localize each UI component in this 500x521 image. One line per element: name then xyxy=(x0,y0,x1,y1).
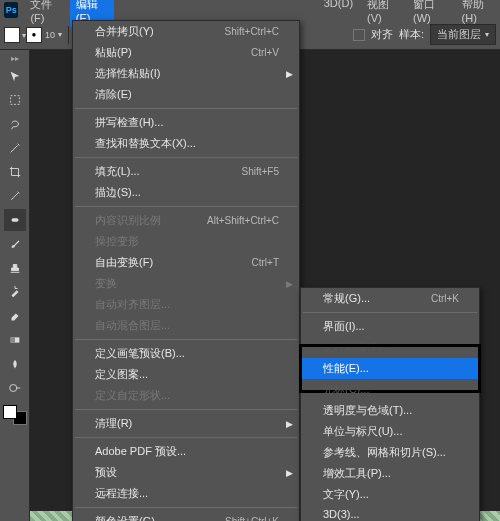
menu-separator xyxy=(75,437,297,438)
menu-item[interactable]: 填充(L)...Shift+F5 xyxy=(73,161,299,182)
menu-shortcut: Shift+Ctrl+K xyxy=(225,516,279,521)
menu-item[interactable]: 定义画笔预设(B)... xyxy=(73,343,299,364)
menu-item[interactable]: 性能(E)... xyxy=(301,358,479,379)
menu-window[interactable]: 窗口(W) xyxy=(407,0,454,27)
menu-shortcut: Shift+Ctrl+C xyxy=(225,26,279,37)
menu-item-label: 定义图案... xyxy=(95,367,148,382)
menu-separator xyxy=(75,206,297,207)
menu-item-label: 文件处理(F)... xyxy=(323,340,390,355)
heal-tool[interactable] xyxy=(4,209,26,231)
marquee-tool[interactable] xyxy=(4,89,26,111)
menu-item[interactable]: 描边(S)... xyxy=(73,182,299,203)
menu-3d[interactable]: 3D(D) xyxy=(318,0,359,27)
menu-item-label: 定义画笔预设(B)... xyxy=(95,346,185,361)
menu-separator xyxy=(303,312,477,313)
dodge-tool[interactable] xyxy=(4,377,26,399)
menu-item[interactable]: Adobe PDF 预设... xyxy=(73,441,299,462)
eraser-tool[interactable] xyxy=(4,305,26,327)
separator xyxy=(68,26,69,44)
menu-item-label: 清除(E) xyxy=(95,87,132,102)
menu-shortcut: Ctrl+T xyxy=(252,257,280,268)
stamp-tool[interactable] xyxy=(4,257,26,279)
menu-item-label: 查找和替换文本(X)... xyxy=(95,136,196,151)
menu-item[interactable]: 定义图案... xyxy=(73,364,299,385)
menu-item[interactable]: 颜色设置(G)...Shift+Ctrl+K xyxy=(73,511,299,521)
gradient-tool[interactable] xyxy=(4,329,26,351)
menu-bar: Ps 文件(F) 编辑(E) 3D(D) 视图(V) 窗口(W) 帮助(H) xyxy=(0,0,500,20)
submenu-arrow-icon: ▶ xyxy=(286,69,293,79)
menu-item[interactable]: 拼写检查(H)... xyxy=(73,112,299,133)
menu-item[interactable]: 常规(G)...Ctrl+K xyxy=(301,288,479,309)
menu-item[interactable]: 文字(Y)... xyxy=(301,484,479,505)
menu-item-label: 内容识别比例 xyxy=(95,213,161,228)
submenu-arrow-icon: ▶ xyxy=(286,468,293,478)
menu-item[interactable]: 预设▶ xyxy=(73,462,299,483)
move-tool[interactable] xyxy=(4,65,26,87)
brush-picker[interactable]: ● 10 ▾ xyxy=(26,27,62,43)
menu-item-label: 描边(S)... xyxy=(95,185,141,200)
tool-preset-picker[interactable] xyxy=(4,27,20,43)
menu-item[interactable]: 清理(R)▶ xyxy=(73,413,299,434)
menu-item-label: 参考线、网格和切片(S)... xyxy=(323,445,446,460)
menu-item[interactable]: 选择性粘贴(I)▶ xyxy=(73,63,299,84)
logo-text: Ps xyxy=(6,5,17,15)
aligned-label: 对齐 xyxy=(371,27,393,42)
toolbox-grip-icon[interactable]: ▸▸ xyxy=(11,54,19,63)
wand-tool[interactable] xyxy=(4,137,26,159)
submenu-arrow-icon: ▶ xyxy=(286,279,293,289)
menu-item-label: 填充(L)... xyxy=(95,164,140,179)
menu-item[interactable]: 透明度与色域(T)... xyxy=(301,400,479,421)
chevron-down-icon: ▾ xyxy=(485,30,489,39)
menu-separator xyxy=(75,108,297,109)
menu-file[interactable]: 文件(F) xyxy=(24,0,67,27)
brush-tool[interactable] xyxy=(4,233,26,255)
menu-item-label: 自动混合图层... xyxy=(95,318,170,333)
menu-item-label: 自由变换(F) xyxy=(95,255,153,270)
menu-item[interactable]: 增效工具(P)... xyxy=(301,463,479,484)
crop-tool[interactable] xyxy=(4,161,26,183)
menu-item[interactable]: 界面(I)... xyxy=(301,316,479,337)
menu-item[interactable]: 光标(C)... xyxy=(301,379,479,400)
menu-item-label: 预设 xyxy=(95,465,117,480)
menu-item: 自动对齐图层... xyxy=(73,294,299,315)
menu-item-label: 增效工具(P)... xyxy=(323,466,391,481)
history-brush-tool[interactable] xyxy=(4,281,26,303)
menu-item-label: 文字(Y)... xyxy=(323,487,369,502)
menu-item[interactable]: 单位与标尺(U)... xyxy=(301,421,479,442)
menu-item[interactable]: 3D(3)... xyxy=(301,505,479,521)
menu-item[interactable]: 远程连接... xyxy=(73,483,299,504)
menu-item-label: 选择性粘贴(I) xyxy=(95,66,160,81)
sample-combo[interactable]: 当前图层 ▾ xyxy=(430,24,496,45)
menu-item[interactable]: 查找和替换文本(X)... xyxy=(73,133,299,154)
menu-separator xyxy=(75,507,297,508)
chevron-down-icon: ▾ xyxy=(58,30,62,39)
menu-separator xyxy=(75,409,297,410)
edit-dropdown: 合并拷贝(Y)Shift+Ctrl+C粘贴(P)Ctrl+V选择性粘贴(I)▶清… xyxy=(72,20,300,521)
blur-tool[interactable] xyxy=(4,353,26,375)
menu-item-label: 远程连接... xyxy=(95,486,148,501)
menu-item-label: 透明度与色域(T)... xyxy=(323,403,412,418)
app-logo: Ps xyxy=(4,2,18,18)
menu-item[interactable]: 自由变换(F)Ctrl+T xyxy=(73,252,299,273)
menu-item: 变换▶ xyxy=(73,273,299,294)
menu-item[interactable]: 合并拷贝(Y)Shift+Ctrl+C xyxy=(73,21,299,42)
menu-item[interactable]: 清除(E) xyxy=(73,84,299,105)
menu-item[interactable]: 参考线、网格和切片(S)... xyxy=(301,442,479,463)
menu-item-label: 常规(G)... xyxy=(323,291,370,306)
menu-item-label: 清理(R) xyxy=(95,416,132,431)
aligned-checkbox[interactable] xyxy=(353,29,365,41)
lasso-tool[interactable] xyxy=(4,113,26,135)
menu-item[interactable]: 文件处理(F)... xyxy=(301,337,479,358)
menu-help[interactable]: 帮助(H) xyxy=(456,0,500,27)
foreground-color[interactable] xyxy=(3,405,17,419)
menu-separator xyxy=(75,157,297,158)
menu-view[interactable]: 视图(V) xyxy=(361,0,405,27)
eyedropper-tool[interactable] xyxy=(4,185,26,207)
menu-item[interactable]: 粘贴(P)Ctrl+V xyxy=(73,42,299,63)
svg-rect-3 xyxy=(11,218,18,222)
toolbox: ▸▸ xyxy=(0,50,30,521)
color-swatches[interactable] xyxy=(3,405,27,425)
menu-item-label: 单位与标尺(U)... xyxy=(323,424,402,439)
menu-item-label: 定义自定形状... xyxy=(95,388,170,403)
menu-item: 定义自定形状... xyxy=(73,385,299,406)
